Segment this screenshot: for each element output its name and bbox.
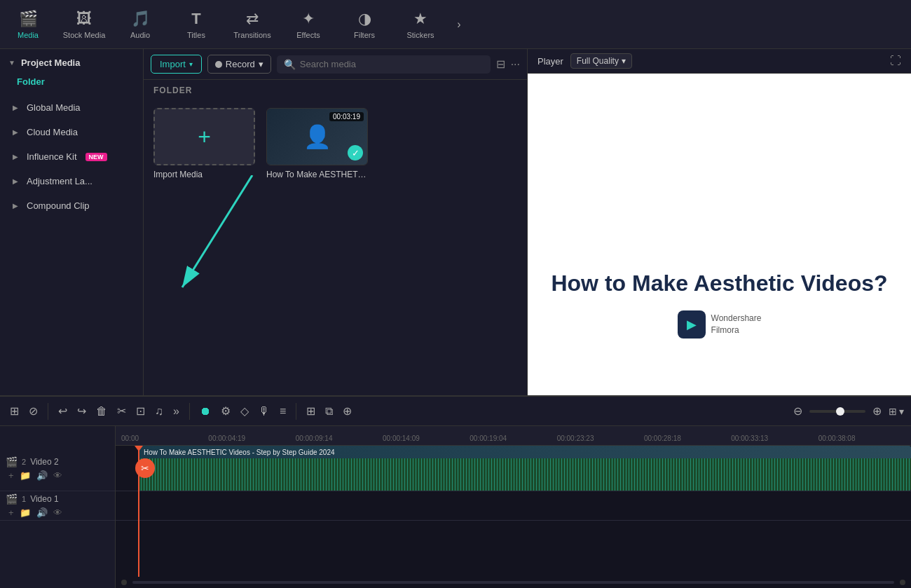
toolbar-separator-2 (189, 403, 190, 420)
toolbar-media[interactable]: 🎬 Media (0, 0, 56, 49)
redo-button[interactable]: ↪ (74, 402, 89, 421)
search-icon: 🔍 (284, 59, 296, 70)
insert-media-icon[interactable]: ⊕ (340, 402, 355, 421)
playhead[interactable] (138, 446, 139, 577)
video-media-thumb[interactable]: 👤 00:03:19 ✓ (266, 108, 368, 165)
sidebar-item-cloud-media[interactable]: ▶ Cloud Media (0, 120, 143, 144)
audio-icon: 🎵 (131, 10, 150, 28)
influence-kit-label: Influence Kit (27, 151, 77, 162)
video2-camera-icon: 🎬 (6, 456, 18, 467)
zoom-track[interactable] (809, 410, 865, 413)
record-caret-icon: ▾ (259, 59, 263, 69)
filters-icon: ◑ (358, 10, 371, 28)
pip-icon[interactable]: ⧉ (322, 402, 336, 421)
zoom-out-button[interactable]: ⊖ (790, 402, 805, 421)
magnet-icon[interactable]: ⊘ (26, 402, 41, 421)
track-header-video1: 🎬 1 Video 1 + 📁 🔊 👁 (0, 491, 115, 521)
top-toolbar: 🎬 Media 🖼 Stock Media 🎵 Audio T Titles ⇄… (0, 0, 911, 49)
more-tools-button[interactable]: » (170, 402, 182, 421)
toolbar-stickers-label: Stickers (406, 31, 434, 39)
folder-label: Folder (0, 74, 143, 95)
toolbar-stock-media[interactable]: 🖼 Stock Media (56, 0, 112, 49)
import-button[interactable]: Import ▾ (151, 55, 202, 74)
media-icon: 🎬 (19, 10, 38, 28)
quality-caret-icon: ▾ (622, 56, 626, 66)
toolbar-audio[interactable]: 🎵 Audio (112, 0, 168, 49)
toolbar-more-button[interactable]: › (448, 0, 470, 49)
playhead-head (135, 446, 143, 451)
video1-mute-icon[interactable]: 🔊 (36, 507, 48, 518)
video1-camera-icon: 🎬 (6, 493, 18, 505)
crop-button[interactable]: ⊡ (133, 402, 148, 421)
waveform-visual (138, 458, 911, 491)
cut-button[interactable]: ✂ (114, 402, 129, 421)
add-media-icon: + (198, 124, 211, 150)
sidebar-item-compound-clip[interactable]: ▶ Compound Clip (0, 193, 143, 218)
add-track-icon[interactable]: ⊞ (7, 402, 22, 421)
video-check-icon: ✓ (348, 145, 363, 160)
undo-button[interactable]: ↩ (55, 402, 70, 421)
logo-line2: Filmora (711, 325, 739, 335)
record-button[interactable]: Record ▾ (207, 55, 271, 74)
timeline-tracks-body: ✂ How To Make AESTHETIC Videos - Step by… (116, 446, 911, 577)
import-media-item[interactable]: + Import Media (153, 108, 255, 179)
video1-folder-icon[interactable]: 📁 (20, 507, 31, 518)
effects-icon: ✦ (302, 10, 315, 28)
player-fullscreen-icon[interactable]: ⛶ (890, 55, 901, 67)
adjustment-label: Adjustment La... (27, 176, 93, 186)
project-media-header[interactable]: ▼ Project Media (0, 49, 143, 74)
grid-view-button[interactable]: ⊞ ▾ (889, 406, 904, 417)
ruler-mark-3: 00:00:14:09 (383, 435, 470, 442)
video-clip-main[interactable]: How To Make AESTHETIC Videos - Step by S… (138, 446, 911, 491)
timeline-tracks-header: 🎬 2 Video 2 + 📁 🔊 👁 🎬 1 Video 1 (0, 426, 116, 588)
toolbar-effects[interactable]: ✦ Effects (280, 0, 336, 49)
timeline-ruler-area: 00:00 00:00:04:19 00:00:09:14 00:00:14:0… (116, 426, 911, 588)
filter-icon[interactable]: ⊟ (496, 57, 505, 71)
toolbar-transitions[interactable]: ⇄ Transitions (224, 0, 280, 49)
record-dot-icon (215, 61, 222, 68)
voiceover-icon[interactable]: 🎙 (256, 402, 273, 421)
multicam-icon[interactable]: ⊞ (303, 402, 318, 421)
toolbar-titles[interactable]: T Titles (168, 0, 224, 49)
annotation-arrow (168, 175, 308, 315)
track-header-video2: 🎬 2 Video 2 + 📁 🔊 👁 (0, 446, 115, 491)
compound-clip-arrow: ▶ (13, 202, 18, 210)
video2-mute-icon[interactable]: 🔊 (36, 470, 48, 481)
settings-icon[interactable]: ⚙ (218, 402, 233, 421)
zoom-knob[interactable] (836, 407, 844, 416)
video2-name: Video 2 (30, 457, 58, 467)
toolbar-stickers[interactable]: ★ Stickers (392, 0, 448, 49)
scroll-right-dot[interactable] (900, 580, 905, 585)
player-logo: ▶ Wondershare Filmora (678, 310, 762, 339)
more-options-icon[interactable]: ··· (511, 58, 520, 71)
search-input[interactable] (300, 59, 484, 69)
ruler-mark-8: 00:00:38:08 (818, 435, 905, 442)
track-row-video2: ✂ How To Make AESTHETIC Videos - Step by… (116, 446, 911, 491)
sidebar-item-global-media[interactable]: ▶ Global Media (0, 95, 143, 120)
sidebar-item-influence-kit[interactable]: ▶ Influence Kit NEW (0, 144, 143, 169)
video2-eye-icon[interactable]: 👁 (53, 470, 62, 481)
toolbar-filters[interactable]: ◑ Filters (336, 0, 392, 49)
record-icon[interactable]: ⏺ (197, 402, 214, 421)
ruler-mark-0: 00:00 (121, 435, 208, 442)
player-quality-dropdown[interactable]: Full Quality ▾ (570, 53, 632, 69)
cloud-media-arrow: ▶ (13, 128, 18, 136)
ruler-mark-7: 00:00:33:13 (731, 435, 818, 442)
video1-eye-icon[interactable]: 👁 (53, 507, 62, 518)
marker-icon[interactable]: ◇ (238, 402, 252, 421)
toolbar-separator-3 (296, 403, 296, 420)
scroll-left-dot[interactable] (121, 580, 127, 585)
zoom-in-button[interactable]: ⊕ (870, 402, 884, 421)
video1-name: Video 1 (30, 494, 58, 504)
toolbar-effects-label: Effects (296, 31, 320, 39)
sidebar-item-adjustment[interactable]: ▶ Adjustment La... (0, 169, 143, 193)
audio-sync-button[interactable]: ♫ (152, 402, 166, 421)
video1-add-icon[interactable]: + (8, 507, 14, 518)
horizontal-scrollbar[interactable] (132, 581, 894, 584)
ripple-icon[interactable]: ≡ (277, 402, 289, 421)
video2-folder-icon[interactable]: 📁 (20, 470, 31, 481)
video-media-item[interactable]: 👤 00:03:19 ✓ How To Make AESTHETE... (266, 108, 368, 179)
delete-button[interactable]: 🗑 (93, 402, 110, 421)
import-media-thumb[interactable]: + (153, 108, 255, 165)
video2-add-icon[interactable]: + (8, 470, 14, 481)
